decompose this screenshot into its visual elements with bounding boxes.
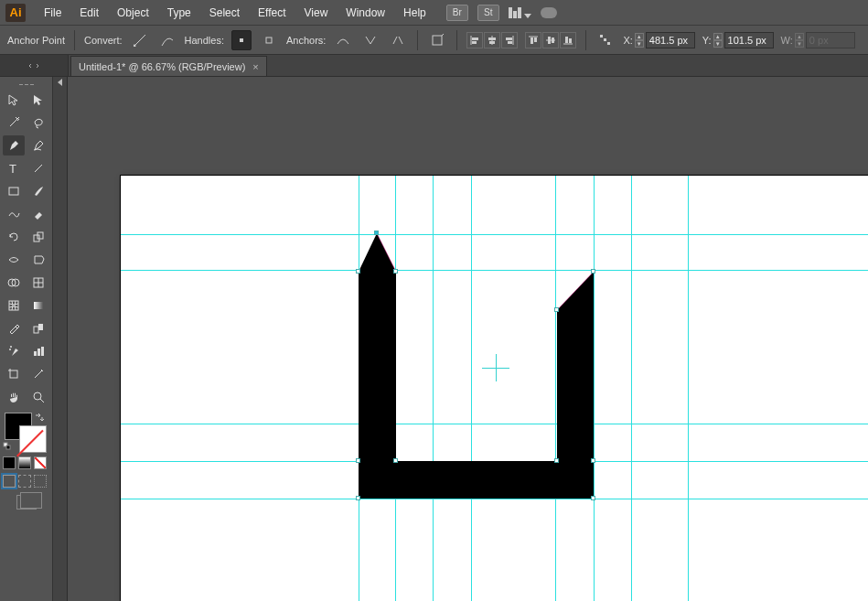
canvas-area[interactable]	[68, 77, 868, 601]
eyedropper-tool[interactable]	[3, 318, 25, 338]
anchor-point[interactable]	[591, 458, 595, 463]
scale-tool[interactable]	[27, 227, 49, 247]
tools-grip[interactable]	[3, 80, 49, 88]
shaper-tool[interactable]	[3, 204, 25, 224]
collapsed-dock[interactable]	[53, 77, 68, 601]
anchor-point[interactable]	[356, 269, 360, 274]
draw-inside-icon[interactable]	[34, 475, 47, 488]
svg-rect-44	[10, 370, 17, 378]
align-right-icon[interactable]	[501, 32, 518, 48]
width-tool[interactable]	[3, 250, 25, 270]
symbol-sprayer-tool[interactable]	[3, 341, 25, 361]
cut-path-icon[interactable]	[388, 30, 408, 50]
arrange-documents-icon[interactable]	[509, 7, 531, 18]
paintbrush-tool[interactable]	[27, 181, 49, 201]
column-graph-tool[interactable]	[27, 341, 49, 361]
tab-close-button[interactable]: ×	[252, 61, 258, 72]
draw-behind-icon[interactable]	[18, 475, 31, 488]
align-vcenter-icon[interactable]	[542, 32, 559, 48]
hide-handles-icon[interactable]	[259, 30, 279, 50]
default-fill-stroke-icon[interactable]	[3, 442, 12, 451]
direct-selection-tool[interactable]	[27, 90, 49, 110]
stroke-swatch[interactable]	[19, 425, 47, 453]
anchor-point[interactable]	[356, 496, 360, 500]
menu-help[interactable]: Help	[394, 0, 435, 26]
app-logo[interactable]: Ai	[5, 4, 26, 22]
menu-type[interactable]: Type	[158, 0, 200, 26]
w-input[interactable]	[806, 32, 855, 48]
anchor-point[interactable]	[591, 496, 595, 500]
blend-tool[interactable]	[27, 318, 49, 338]
color-mode-solid[interactable]	[3, 456, 16, 469]
menu-right-cluster: Br St	[446, 5, 557, 21]
mesh-tool[interactable]	[3, 295, 25, 316]
magic-wand-tool[interactable]	[3, 113, 25, 133]
perspective-grid-tool[interactable]	[27, 273, 49, 293]
type-tool[interactable]: T	[3, 158, 25, 178]
anchor-point[interactable]	[554, 307, 559, 312]
convert-corner-icon[interactable]	[130, 30, 150, 50]
anchor-point[interactable]	[356, 458, 360, 463]
lasso-tool[interactable]	[27, 113, 49, 133]
w-stepper[interactable]: ▲▼	[795, 33, 804, 48]
align-hcenter-icon[interactable]	[484, 32, 500, 48]
selected-path[interactable]	[359, 232, 633, 507]
fill-stroke-swatch[interactable]	[3, 413, 47, 451]
align-top-icon[interactable]	[525, 32, 541, 48]
show-handles-icon[interactable]	[231, 30, 252, 50]
menu-select[interactable]: Select	[200, 0, 249, 26]
artboard[interactable]	[121, 176, 868, 601]
guide-vertical[interactable]	[688, 176, 689, 601]
menu-file[interactable]: File	[35, 0, 70, 26]
align-vertical-set	[525, 32, 576, 48]
anchor-point[interactable]	[393, 458, 398, 463]
color-mode-none[interactable]	[34, 456, 47, 469]
slice-tool[interactable]	[27, 364, 49, 384]
x-stepper[interactable]: ▲▼	[635, 33, 644, 48]
sync-icon[interactable]	[541, 7, 557, 18]
svg-rect-6	[472, 41, 477, 44]
reference-point-icon[interactable]	[595, 30, 616, 50]
swap-fill-stroke-icon[interactable]	[35, 413, 44, 422]
menu-effect[interactable]: Effect	[249, 0, 295, 26]
anchor-point[interactable]	[393, 269, 398, 274]
stock-chip[interactable]: St	[477, 5, 499, 21]
rotate-tool[interactable]	[3, 227, 25, 247]
color-mode-gradient[interactable]	[18, 456, 31, 469]
y-label: Y:	[702, 35, 712, 46]
gradient-tool[interactable]	[27, 295, 49, 316]
shape-builder-tool[interactable]	[3, 273, 25, 293]
screen-mode-button[interactable]	[3, 495, 49, 510]
menu-view[interactable]: View	[295, 0, 338, 26]
menu-edit[interactable]: Edit	[70, 0, 108, 26]
connect-anchors-icon[interactable]	[360, 30, 380, 50]
x-input[interactable]	[646, 32, 695, 48]
anchor-point[interactable]	[374, 231, 379, 235]
dock-expand-icon[interactable]	[58, 79, 62, 86]
free-transform-tool[interactable]	[27, 250, 49, 270]
eraser-tool[interactable]	[27, 204, 49, 224]
align-bottom-icon[interactable]	[560, 32, 576, 48]
curvature-tool[interactable]	[27, 135, 49, 156]
align-left-icon[interactable]	[466, 32, 483, 48]
line-segment-tool[interactable]	[27, 158, 49, 178]
menu-window[interactable]: Window	[337, 0, 394, 26]
artboard-tool[interactable]	[3, 364, 25, 384]
y-stepper[interactable]: ▲▼	[713, 33, 723, 48]
hand-tool[interactable]	[3, 387, 25, 407]
document-tab[interactable]: Untitled-1* @ 66.67% (RGB/Preview) ×	[70, 56, 267, 76]
remove-anchor-icon[interactable]	[333, 30, 353, 50]
anchor-point[interactable]	[554, 458, 559, 463]
convert-smooth-icon[interactable]	[157, 30, 177, 50]
pen-tool[interactable]	[3, 135, 25, 156]
selection-tool[interactable]	[3, 90, 25, 110]
anchor-point[interactable]	[591, 269, 595, 274]
zoom-tool[interactable]	[27, 387, 49, 407]
isolate-icon[interactable]	[427, 30, 447, 50]
y-input[interactable]	[724, 32, 774, 48]
rectangle-tool[interactable]	[3, 181, 25, 201]
draw-normal-icon[interactable]	[3, 475, 16, 488]
menu-object[interactable]: Object	[108, 0, 158, 26]
bridge-chip[interactable]: Br	[446, 5, 468, 21]
tools-collapse-header[interactable]	[0, 55, 69, 76]
